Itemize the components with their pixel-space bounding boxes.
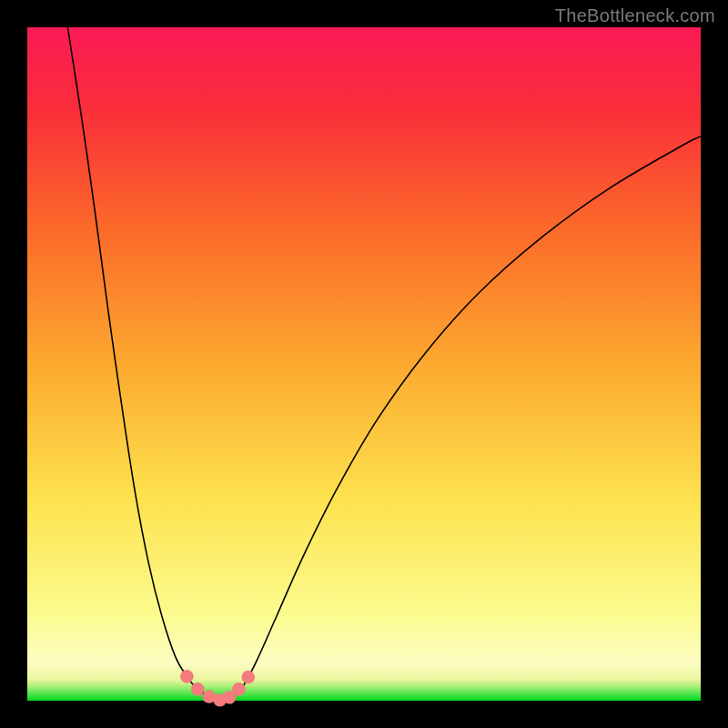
- chart-frame: TheBottleneck.com: [0, 0, 728, 728]
- curve-left-branch: [67, 27, 222, 701]
- highlight-dot: [241, 671, 255, 684]
- plot-area: [27, 27, 701, 701]
- highlight-dot: [232, 682, 246, 696]
- watermark-text: TheBottleneck.com: [555, 5, 715, 26]
- highlight-dots-group: [180, 670, 255, 707]
- highlight-dot: [191, 682, 205, 696]
- curve-right-branch: [223, 136, 701, 701]
- highlight-dot: [180, 670, 194, 683]
- chart-svg: [27, 27, 701, 701]
